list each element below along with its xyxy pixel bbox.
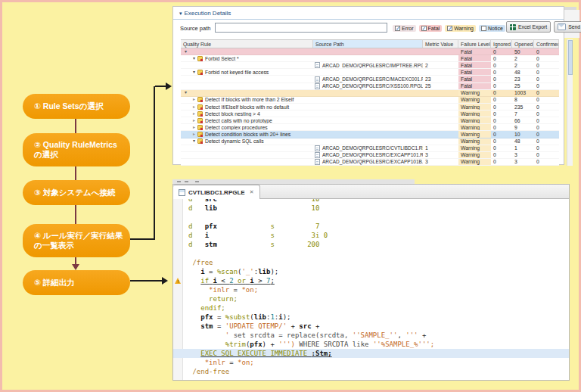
table-cell: ARCAD_DEMO/QRPGLESRC/CVTLIBDC1.RPGLE	[313, 145, 423, 151]
table-cell	[423, 48, 458, 54]
highlighted-code-line: EXEC SQL EXECUTE IMMEDIATE :Stm;	[173, 349, 569, 358]
column-header-confirmed[interactable]: Confirmed	[534, 39, 559, 48]
excel-export-button[interactable]: Excel Export	[506, 21, 551, 33]
filter-checkbox[interactable]: ✓	[447, 26, 452, 31]
table-row[interactable]: ARCAD_DEMO/QRPGLESRC/MACEXC001.RPGLE23Fa…	[181, 76, 559, 82]
table-cell: 1	[423, 145, 458, 151]
column-header-opened[interactable]: Opened	[512, 39, 534, 48]
table-cell	[181, 159, 313, 165]
expanded-chevron-icon[interactable]: ▾	[191, 69, 197, 75]
filter-checkbox[interactable]: ✓	[421, 26, 427, 31]
count-value: 0	[493, 90, 496, 96]
send-email-button[interactable]: Send Email	[554, 21, 581, 33]
code-line: d pfx s 7	[173, 222, 569, 231]
count-value: 0	[493, 76, 496, 82]
count-value: 3	[514, 159, 517, 165]
collapsed-chevron-icon[interactable]: ▸	[191, 131, 197, 137]
table-cell: 1	[512, 145, 534, 151]
flow-step-pill: ① Rule Setsの選択	[23, 94, 130, 119]
column-header-source-path[interactable]: Source Path	[313, 39, 423, 48]
table-cell: 0	[534, 55, 559, 61]
table-row[interactable]: ▾Detect dynamic SQL callsWarning0480	[181, 138, 559, 145]
table-cell: 0	[534, 110, 559, 117]
table-cell	[313, 110, 423, 117]
table-row[interactable]: ARCAD_DEMO/QRPGLESRC/IMPTREE.RPGLE2Fatal…	[181, 62, 559, 69]
column-header-metric-value[interactable]: Metric Value	[423, 39, 458, 48]
button-label: Send Email	[568, 24, 581, 30]
column-header-ignored[interactable]: Ignored	[491, 39, 512, 48]
flow-step-pill: ⑤ 詳細出力	[23, 270, 130, 295]
table-row[interactable]: ARCAD_DEMO/QRPGLESRC/XSS100.RPGLE25Fatal…	[181, 83, 559, 90]
table-cell	[313, 48, 423, 54]
tab-close-icon[interactable]: ✕	[250, 189, 254, 195]
table-cell: Warning	[458, 90, 491, 96]
table-cell: ▾	[181, 48, 313, 54]
table-cell: 25	[512, 83, 534, 89]
editor-tab[interactable]: CVTLIBDC1.RPGLE ✕	[173, 185, 260, 199]
column-header-failure-level[interactable]: Failure Level	[458, 39, 491, 48]
metric-value: 2	[423, 62, 428, 68]
table-row[interactable]: ▸Detect block nesting > 4Warning070	[181, 110, 559, 117]
scrollbar-thumb[interactable]	[568, 40, 573, 75]
table-cell: 66	[512, 117, 534, 123]
collapsed-chevron-icon[interactable]: ▸	[191, 117, 197, 123]
code-line: return;	[173, 294, 569, 303]
editor-tab-bar: CVTLIBDC1.RPGLE ✕	[173, 185, 569, 199]
table-row[interactable]: ▾Forbid not keyed file accessFatal0480	[181, 69, 559, 76]
source-path-input[interactable]	[215, 23, 387, 33]
count-value: 48	[514, 69, 520, 75]
filter-checkbox[interactable]	[481, 26, 486, 31]
expanded-chevron-icon[interactable]: ▾	[191, 55, 197, 61]
table-cell	[313, 131, 423, 137]
table-cell: 3	[423, 159, 458, 165]
table-cell: ARCAD_DEMO/QRPGLESRC/EXCAPP101.RPGLE	[313, 152, 423, 158]
code-line: d stm s 200	[173, 240, 569, 249]
execution-details-panel: ▾Execution Details Source path ✓Error✓Fa…	[172, 6, 564, 165]
table-cell: 3	[423, 152, 458, 158]
table-cell: Warning	[458, 159, 491, 165]
count-value: 0	[493, 97, 496, 103]
count-value: 0	[536, 145, 539, 151]
table-cell	[313, 138, 423, 145]
table-cell: 0	[534, 62, 559, 68]
count-value: 235	[514, 104, 523, 110]
failure-level: Warning	[461, 110, 480, 117]
count-value: 0	[536, 48, 539, 54]
table-row[interactable]: ▾Forbid Select *Fatal020	[181, 55, 559, 62]
table-row[interactable]: ARCAD_DEMO/QRPGLESRC/EXCAPP101B.RPGLE3Wa…	[181, 159, 559, 166]
expanded-chevron-icon[interactable]: ▾	[182, 48, 189, 54]
table-cell: 2	[512, 55, 534, 61]
table-row[interactable]: ARCAD_DEMO/QRPGLESRC/CVTLIBDC1.RPGLE1War…	[181, 145, 559, 152]
section-collapse-icon[interactable]: ▾	[179, 11, 182, 16]
rpg-file-icon	[179, 189, 185, 196]
collapsed-chevron-icon[interactable]: ▸	[191, 110, 197, 117]
collapsed-chevron-icon[interactable]: ▸	[191, 104, 197, 110]
down-arrowhead-icon	[72, 264, 79, 270]
table-row[interactable]: ▸Detect condition blocks with 20+ linesW…	[181, 131, 559, 138]
table-row[interactable]: ▾Warning010030	[181, 90, 559, 97]
table-cell: ▸Detect condition blocks with 20+ lines	[181, 131, 313, 137]
table-cell: Fatal	[458, 83, 491, 89]
table-row[interactable]: ▾Fatal0500	[181, 48, 559, 55]
table-cell: 48	[512, 138, 534, 145]
table-row[interactable]: ARCAD_DEMO/QRPGLESRC/EXCAPP101.RPGLE3War…	[181, 152, 559, 159]
table-cell: ▸Detect If/ElseIf blocks with no default	[181, 104, 313, 110]
column-header-quality-rule[interactable]: Quality Rule	[181, 39, 313, 48]
table-row[interactable]: ▸Detect If blocks with more than 2 ElseI…	[181, 97, 559, 104]
table-cell: 10	[512, 131, 534, 137]
collapsed-chevron-icon[interactable]: ▸	[191, 97, 197, 103]
table-scrollbar[interactable]	[567, 39, 573, 166]
count-value: 8	[514, 97, 517, 103]
expanded-chevron-icon[interactable]: ▾	[191, 138, 197, 145]
filter-checkbox[interactable]: ✓	[395, 26, 400, 31]
code-area[interactable]: !! d src 10d lib 10d pfx s 7d i s 3i 0d …	[173, 199, 569, 380]
quality-rule-icon	[197, 104, 203, 110]
expanded-chevron-icon[interactable]: ▾	[182, 90, 189, 96]
table-row[interactable]: ▸Detect calls with no prototypeWarning06…	[181, 117, 559, 124]
table-row[interactable]: ▸Detect If/ElseIf blocks with no default…	[181, 104, 559, 110]
table-row[interactable]: ▸Detect complex proceduresWarning090	[181, 124, 559, 131]
count-value: 0	[536, 83, 539, 89]
table-cell: Warning	[458, 152, 491, 158]
collapsed-chevron-icon[interactable]: ▸	[191, 124, 197, 130]
table-cell: 0	[491, 145, 512, 151]
